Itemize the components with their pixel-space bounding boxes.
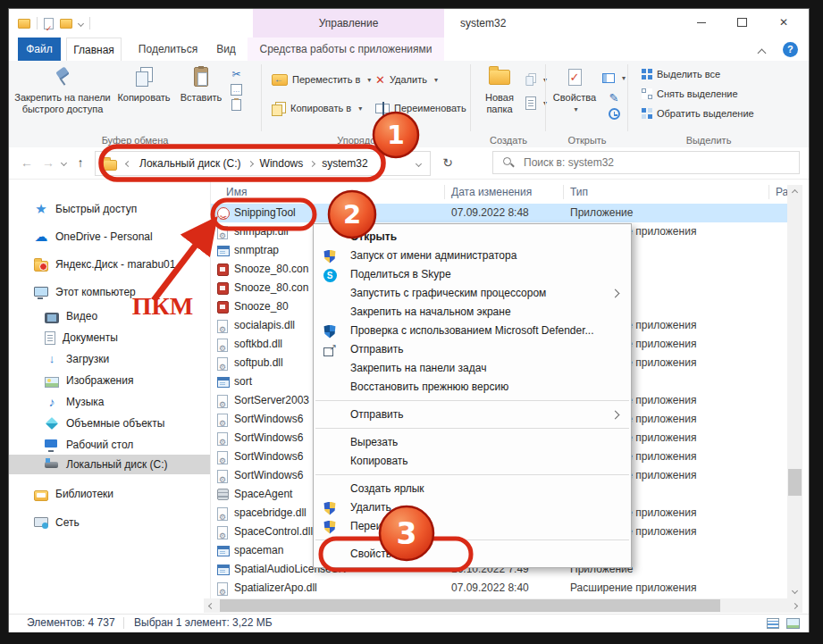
forward-button[interactable]: → [38,152,59,173]
history-icon[interactable] [609,108,620,120]
vertical-scrollbar[interactable] [787,185,802,598]
context-menu-item[interactable]: Создать ярлык [314,480,631,498]
cut-icon[interactable] [231,68,240,80]
copy-path-icon[interactable] [231,84,242,96]
search-input[interactable] [522,155,776,170]
tab-view[interactable]: Вид [212,38,240,61]
tab-file[interactable]: Файл [18,38,61,61]
minimize-button[interactable] [684,9,719,36]
breadcrumb[interactable]: Локальный диск (C:) Windows system32 [95,151,431,176]
context-menu-item[interactable]: SПоделиться в Skype [314,265,631,284]
horizontal-scroll-thumb[interactable] [220,599,720,612]
new-item-icon[interactable] [525,73,536,85]
tab-home[interactable]: Главная [66,38,122,61]
pin-quick-access-button[interactable]: Закрепить на панели быстрого доступа [14,63,111,115]
new-folder-button[interactable]: Новая папка [475,63,524,115]
context-menu-item[interactable]: ↗Отправить [314,340,631,359]
chevron-right-icon[interactable] [248,160,254,166]
vertical-scroll-thumb[interactable] [788,469,802,496]
column-divider[interactable] [768,185,769,199]
select-all-button[interactable]: Выделить все [642,64,720,84]
scroll-up-icon[interactable] [787,185,802,200]
back-button[interactable]: ← [16,152,38,173]
column-header-type[interactable]: Тип [570,181,588,203]
rename-button[interactable]: Переименовать [375,98,466,118]
sidebar-item[interactable]: Сеть [9,513,210,532]
sidebar-item[interactable]: ★Быстрый доступ [9,199,210,219]
properties-button[interactable]: Свойства [550,63,599,115]
qat-properties-icon[interactable] [44,18,54,29]
sidebar-item[interactable]: Этот компьютер [9,282,210,302]
invert-selection-button[interactable]: Обратить выделение [642,104,754,123]
scroll-down-icon[interactable] [787,583,802,598]
help-icon[interactable] [783,42,798,57]
sidebar-item[interactable]: ♪Музыка [9,392,210,412]
refresh-button[interactable] [436,151,459,174]
context-menu-item[interactable]: Отправить [314,406,631,424]
open-icon[interactable] [602,73,615,83]
context-menu-item[interactable]: Вырезать [314,433,631,452]
qat-customize-chevron-icon[interactable] [78,20,84,26]
sidebar-item[interactable]: Видео [9,306,210,326]
sidebar-item[interactable]: Яндекс.Диск - marabu01 [9,255,210,274]
context-menu-item[interactable]: Закрепить на начальном экране [314,303,631,322]
menu-item-label: Запуск от имени администратора [350,249,516,262]
column-header-size[interactable]: Ра [776,181,787,203]
context-menu-item[interactable]: Закрепить на панели задач [314,359,631,378]
sidebar-item[interactable]: Документы [9,328,210,347]
sidebar-item[interactable]: Объемные объекты [9,414,210,433]
qat-new-folder-icon[interactable] [60,19,72,29]
copy-to-button[interactable]: Копировать в [272,98,362,118]
paste-shortcut-icon[interactable] [231,99,241,111]
easy-access-icon[interactable] [525,96,536,110]
tab-share[interactable]: Поделиться [128,38,208,61]
search-box[interactable] [492,151,800,174]
sidebar-item[interactable]: Рабочий стол [9,435,210,455]
file-row[interactable]: ✂SnippingTool07.09.2022 8:48Приложение [211,204,787,222]
edit-icon[interactable] [609,91,619,105]
recent-locations-chevron-icon[interactable] [57,152,70,173]
copy-button[interactable]: Копировать [113,63,175,104]
file-name: SnippingTool [234,204,296,222]
context-menu-item[interactable]: Запуск от имени администратора [314,247,631,265]
close-button[interactable] [766,9,802,36]
sidebar-item[interactable]: Изображения [9,371,210,390]
up-button[interactable]: ↑ [70,152,91,173]
address-dropdown-chevron-icon[interactable] [416,160,422,166]
breadcrumb-segment-system32[interactable]: system32 [318,157,371,170]
breadcrumb-segment-drive[interactable]: Локальный диск (C:) [136,157,245,170]
delete-button[interactable]: Удалить [375,70,438,89]
scroll-left-icon[interactable] [204,598,219,613]
move-to-button[interactable]: Переместить в [272,70,371,89]
sidebar-item-label: OneDrive - Personal [55,230,153,243]
breadcrumb-segment-windows[interactable]: Windows [256,157,307,170]
horizontal-scrollbar[interactable] [204,598,802,613]
context-menu-item[interactable]: Свойства [314,545,631,564]
maximize-button[interactable] [724,9,760,36]
context-menu-item[interactable]: Запустить с графическим процессором [314,284,631,303]
context-menu-item[interactable]: Копировать [314,452,631,471]
column-divider[interactable] [444,185,445,199]
select-none-button[interactable]: Снять выделение [642,84,738,104]
sidebar-item[interactable]: ☁OneDrive - Personal [9,227,210,247]
column-header-name[interactable]: Имя [226,181,247,203]
breadcrumb-overflow-chevron-icon[interactable] [125,160,131,166]
thumbnails-view-button[interactable] [784,616,802,630]
context-menu-item[interactable]: Открыть [314,228,631,247]
column-header-date[interactable]: Дата изменения [451,181,532,203]
collapse-ribbon-button[interactable] [759,44,773,56]
scroll-right-icon[interactable] [787,598,802,613]
sidebar-item[interactable]: Библиотеки [9,484,210,504]
details-view-button[interactable] [764,616,782,630]
column-divider[interactable] [563,185,564,199]
context-menu-item[interactable]: Переименовать [314,517,631,536]
paste-button[interactable]: Вставить [177,63,225,104]
chevron-right-icon[interactable] [309,160,315,166]
file-row[interactable]: ⚙SpatializerApo.dll07.09.2022 8:40Расшир… [211,579,787,598]
context-menu-item[interactable]: Проверка с использованием Microsoft Defe… [314,322,631,340]
sidebar-item[interactable]: Локальный диск (C:) [9,455,210,474]
context-menu-item[interactable]: Восстановить прежнюю версию [314,378,631,397]
sidebar-item[interactable]: ↓Загрузки [9,349,210,369]
tab-app-tools[interactable]: Средства работы с приложениями [248,38,444,61]
context-menu-item[interactable]: Удалить [314,498,631,517]
